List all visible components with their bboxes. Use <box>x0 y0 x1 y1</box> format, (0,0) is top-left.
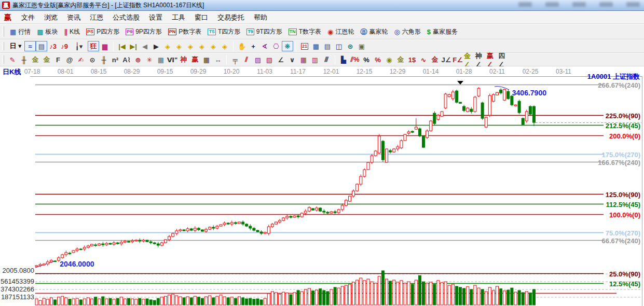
kline-button[interactable]: ∥K线 <box>61 26 84 38</box>
remote-pc-button[interactable]: ▣ <box>356 41 367 51</box>
zoom-diamond-hspan-button[interactable]: ◈ <box>185 41 196 51</box>
purple-gann-box-tool[interactable]: ▨ <box>252 54 264 65</box>
menu-trade[interactable]: 交易委托 <box>213 12 249 23</box>
fractal-tool-button[interactable]: ❋ <box>282 41 293 51</box>
ying-grid-tool[interactable]: 赢 <box>189 54 201 65</box>
star-grid-tool[interactable]: ✳ <box>144 54 155 65</box>
red-fan-tool[interactable]: ⫽ <box>241 54 252 65</box>
v-wave-tool[interactable]: ∨ <box>286 54 298 65</box>
info-panel-button[interactable]: ▤ <box>36 41 47 51</box>
ying-angle-tool[interactable]: 赢∠ <box>486 54 498 65</box>
9p-square-button[interactable]: P99P四方形 <box>122 26 165 38</box>
fib-rail-tool[interactable]: F <box>52 54 64 65</box>
red-circle-cross-tool[interactable]: ⊕ <box>132 54 144 65</box>
red-gann-box-tool[interactable]: ▧ <box>264 54 275 65</box>
candle-body <box>441 112 443 116</box>
wave-arc-tool[interactable]: ∿ <box>418 54 429 65</box>
gold-fan-down-tool[interactable]: 金 <box>41 54 52 65</box>
notes-button[interactable]: ▤ <box>322 41 333 51</box>
percent-tool[interactable]: % <box>361 54 372 65</box>
zoom-diamond-left-button[interactable]: ◈ <box>162 41 173 51</box>
nav-first-button[interactable]: |◀ <box>116 41 128 51</box>
9t-square-label: 9T四方形 <box>256 27 282 36</box>
menu-gann[interactable]: 江恩 <box>85 12 108 23</box>
menu-news[interactable]: 资讯 <box>62 12 85 23</box>
si-angle-tool[interactable]: 四∠ <box>498 54 509 65</box>
candle-style-dropdown[interactable]: ╽▾ <box>70 41 88 51</box>
nav-next-button[interactable]: ▶ <box>150 41 162 51</box>
candle-body <box>102 244 104 245</box>
percent-line-tool[interactable]: % <box>372 54 383 65</box>
bars-3-button[interactable]: ♪3 <box>47 41 59 51</box>
k-quote-tool[interactable]: Ⅵ" <box>167 54 178 65</box>
hexagon-button[interactable]: ◎六角形 <box>391 26 423 38</box>
draw-pen-tool[interactable]: ✎ <box>7 54 18 65</box>
p-square-button[interactable]: PSP四方形 <box>83 26 122 38</box>
h-span-tool[interactable]: ↔ <box>212 54 224 65</box>
save-button[interactable]: ◫ <box>333 41 345 51</box>
trend-chart-button[interactable]: ≈ <box>24 41 36 51</box>
nav-last-button[interactable]: ▶| <box>128 41 139 51</box>
zoom-diamond-star-button[interactable]: ◈ <box>208 41 219 51</box>
gold-angle-tool[interactable]: 金∠ <box>463 54 475 65</box>
number-grid-tool[interactable]: ▦ <box>201 54 212 65</box>
period-day-dropdown[interactable]: 日 ▾ <box>7 41 24 51</box>
zoom-diamond-right-button[interactable]: ◈ <box>173 41 185 51</box>
angle-measure-button[interactable]: ∢ <box>259 41 270 51</box>
cost-flag-tool[interactable]: 1$ <box>406 54 418 65</box>
gann-shape-button[interactable]: ⎔ <box>270 41 282 51</box>
kline-chart[interactable]: 日K线07-1808-0108-1508-2909-1509-2910-2011… <box>0 66 644 306</box>
gold-circle-tool[interactable]: ◉ <box>383 54 395 65</box>
winner-wheel-button[interactable]: Ⓑ赢家轮 <box>357 26 391 38</box>
red-grid-2-tool[interactable]: ▥ <box>309 54 321 65</box>
winner-service-button[interactable]: $赢家服务 <box>424 26 461 38</box>
t-square-button[interactable]: TST四方形 <box>204 26 243 38</box>
gann-wheel-button[interactable]: ◉江恩轮 <box>324 26 357 38</box>
menu-formula-stockpick[interactable]: 公式选股 <box>108 12 144 23</box>
time-rail-tool[interactable]: ╫ <box>18 54 30 65</box>
quotes-button[interactable]: ▦行情 <box>7 26 34 38</box>
gold-line-tool[interactable]: 金 <box>429 54 441 65</box>
teal-grid-tool[interactable]: ▦ <box>155 54 167 65</box>
f-angle-tool[interactable]: F∠ <box>452 54 463 65</box>
zoom-diamond-full-button[interactable]: ◈ <box>219 41 230 51</box>
bars-9-button[interactable]: ♪9 <box>59 41 70 51</box>
menu-browse[interactable]: 浏览 <box>39 12 62 23</box>
angle-fan-tool[interactable]: ∠ <box>275 54 286 65</box>
zoom-diamond-compress-button[interactable]: ◈ <box>196 41 208 51</box>
volume-bar <box>441 283 443 305</box>
nav-prev-button[interactable]: ◀ <box>139 41 150 51</box>
shen-grid-tool[interactable]: 神 <box>178 54 189 65</box>
n-square-tool[interactable]: n² <box>109 54 121 65</box>
send-network-button[interactable]: ⊛ <box>345 41 356 51</box>
t-number-table-button[interactable]: TNT数字表 <box>285 26 324 38</box>
menu-settings[interactable]: 设置 <box>144 12 167 23</box>
menu-window[interactable]: 窗口 <box>190 12 213 23</box>
calendar-button[interactable]: 21 <box>299 41 310 51</box>
gold-fan-up-tool[interactable]: 金 <box>30 54 41 65</box>
crosshair-tool-button[interactable]: + <box>248 41 259 51</box>
shen-angle-tool[interactable]: 神∠ <box>475 54 486 65</box>
calculator-button[interactable]: ▦ <box>310 41 322 51</box>
j-angle-tool[interactable]: J∠ <box>441 54 452 65</box>
cycle-circle-tool[interactable]: ⊙ <box>87 54 98 65</box>
kuang-indicator-button[interactable]: 狂 <box>88 41 99 51</box>
hand-tool-button[interactable]: ✋ <box>236 41 248 51</box>
p-number-table-button[interactable]: PNP数字表 <box>165 26 205 38</box>
red-grid-1-tool[interactable]: ▦ <box>298 54 309 65</box>
tick-rail-tool[interactable]: ╫ <box>98 54 109 65</box>
a-divider-tool[interactable]: A⌇ <box>121 54 132 65</box>
parallel-lines-tool[interactable]: ⫻ <box>321 54 332 65</box>
menu-file[interactable]: 文件 <box>17 12 39 23</box>
sectors-button[interactable]: ▩板块 <box>34 26 61 38</box>
9t-square-button[interactable]: T99T四方形 <box>243 26 285 38</box>
volume-profile-tool[interactable]: ▙ <box>338 54 349 65</box>
menu-tools[interactable]: 工具 <box>167 12 190 23</box>
menu-help[interactable]: 帮助 <box>249 12 272 23</box>
rail-box-tool[interactable]: ╤ <box>229 54 241 65</box>
color-histogram-button[interactable]: ▆ <box>99 41 111 51</box>
percent-slash-tool[interactable]: ⫽% <box>349 54 361 65</box>
gold-rail-tool[interactable]: 金 <box>395 54 406 65</box>
spiral-tool[interactable]: @ <box>64 54 75 65</box>
marker-pen-tool[interactable]: ✍ <box>75 54 87 65</box>
